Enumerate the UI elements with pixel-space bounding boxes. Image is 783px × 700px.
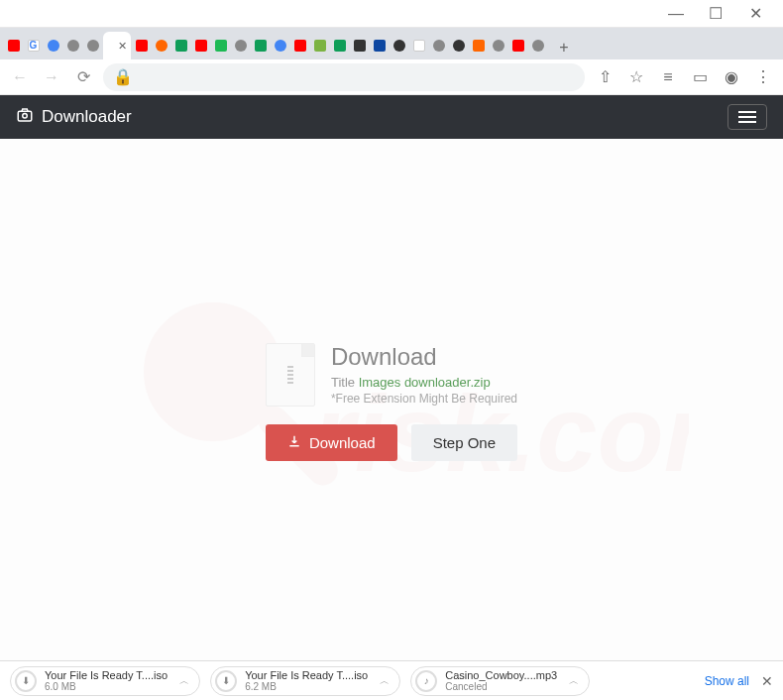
file-type-icon: ⬇ xyxy=(15,670,37,692)
browser-tab[interactable]: G xyxy=(24,32,43,59)
hamburger-icon xyxy=(738,111,756,123)
new-tab-button[interactable]: + xyxy=(552,36,576,59)
main-content: risk.com Download Title Images downloade… xyxy=(0,139,783,664)
window-controls: — ☐ ✕ xyxy=(0,0,783,28)
browser-tab[interactable] xyxy=(528,32,547,59)
svg-point-1 xyxy=(23,113,28,118)
zip-file-icon xyxy=(266,343,315,407)
back-button[interactable]: ← xyxy=(8,65,32,89)
tab-strip: G ✕ + xyxy=(0,28,783,59)
browser-tab[interactable] xyxy=(271,32,289,59)
site-info-icon[interactable]: 🔒 xyxy=(113,67,133,86)
browser-tab[interactable] xyxy=(370,32,389,59)
reading-list-icon[interactable]: ≡ xyxy=(656,65,680,89)
title-label: Title xyxy=(331,375,355,390)
download-arrow-icon xyxy=(287,434,301,451)
forward-button[interactable]: → xyxy=(40,65,63,89)
close-tab-icon[interactable]: ✕ xyxy=(118,40,127,53)
profile-avatar-icon[interactable]: ◉ xyxy=(720,65,743,89)
extensions-icon[interactable]: ▭ xyxy=(688,65,712,89)
camera-icon xyxy=(16,106,34,129)
browser-tab[interactable] xyxy=(508,32,527,59)
download-box: Download Title Images downloader.zip *Fr… xyxy=(266,343,517,461)
close-window-button[interactable]: ✕ xyxy=(735,4,775,24)
browser-menu-icon[interactable]: ⋮ xyxy=(751,65,775,89)
maximize-button[interactable]: ☐ xyxy=(696,4,735,24)
downloads-bar: ⬇ Your File Is Ready T....iso 6.0 MB ︿ ⬇… xyxy=(0,660,783,700)
browser-tab[interactable] xyxy=(330,32,349,59)
browser-tab[interactable] xyxy=(171,32,190,59)
download-button-label: Download xyxy=(309,434,376,451)
svg-rect-0 xyxy=(18,111,32,121)
download-filename: Your File Is Ready T....iso xyxy=(245,669,368,681)
browser-tab[interactable] xyxy=(489,32,507,59)
browser-tab[interactable] xyxy=(211,32,230,59)
minimize-button[interactable]: — xyxy=(656,4,696,24)
browser-tab[interactable] xyxy=(231,32,250,59)
brand-title: Downloader xyxy=(42,107,132,127)
download-size: 6.0 MB xyxy=(45,681,168,692)
file-type-icon: ⬇ xyxy=(215,670,237,692)
browser-tab[interactable] xyxy=(469,32,488,59)
chevron-up-icon[interactable]: ︿ xyxy=(569,674,579,688)
browser-tab[interactable] xyxy=(350,32,369,59)
filename-text: Images downloader.zip xyxy=(359,375,491,390)
file-type-icon: ♪ xyxy=(415,670,437,692)
address-bar: ← → ⟳ 🔒 ⇧ ☆ ≡ ▭ ◉ ⋮ xyxy=(0,59,783,95)
browser-tab[interactable] xyxy=(310,32,329,59)
browser-tab[interactable] xyxy=(63,32,82,59)
browser-tab[interactable] xyxy=(4,32,23,59)
bookmark-star-icon[interactable]: ☆ xyxy=(624,65,648,89)
browser-tab[interactable] xyxy=(251,32,270,59)
browser-tab[interactable] xyxy=(429,32,448,59)
browser-tab[interactable] xyxy=(449,32,468,59)
share-icon[interactable]: ⇧ xyxy=(593,65,616,89)
download-status: Canceled xyxy=(445,681,557,692)
hamburger-menu-button[interactable] xyxy=(727,104,767,130)
download-filename: Casino_Cowboy....mp3 xyxy=(445,669,557,681)
download-filename: Your File Is Ready T....iso xyxy=(45,669,168,681)
url-input[interactable]: 🔒 xyxy=(103,63,585,91)
browser-tab[interactable] xyxy=(191,32,210,59)
browser-tab[interactable] xyxy=(83,32,102,59)
browser-tab[interactable] xyxy=(152,32,170,59)
close-downloads-bar-button[interactable]: ✕ xyxy=(761,673,773,689)
show-all-downloads-link[interactable]: Show all xyxy=(705,674,749,688)
browser-tab[interactable] xyxy=(132,32,151,59)
download-item[interactable]: ♪ Casino_Cowboy....mp3 Canceled ︿ xyxy=(410,666,590,696)
download-size: 6.2 MB xyxy=(245,681,368,692)
reload-button[interactable]: ⟳ xyxy=(71,65,95,89)
chevron-up-icon[interactable]: ︿ xyxy=(179,674,189,688)
chevron-up-icon[interactable]: ︿ xyxy=(380,674,390,688)
browser-tab[interactable] xyxy=(290,32,309,59)
browser-tab[interactable] xyxy=(44,32,62,59)
step-one-label: Step One xyxy=(433,434,496,451)
browser-tab-active[interactable]: ✕ xyxy=(103,32,131,59)
step-one-button[interactable]: Step One xyxy=(411,424,517,461)
download-item[interactable]: ⬇ Your File Is Ready T....iso 6.2 MB ︿ xyxy=(210,666,400,696)
download-item[interactable]: ⬇ Your File Is Ready T....iso 6.0 MB ︿ xyxy=(10,666,200,696)
page-header: Downloader xyxy=(0,95,783,139)
browser-tab[interactable] xyxy=(409,32,428,59)
browser-tab[interactable] xyxy=(390,32,408,59)
extension-note: *Free Extension Might Be Required xyxy=(331,392,517,406)
download-heading: Download xyxy=(331,343,517,371)
download-button[interactable]: Download xyxy=(266,424,397,461)
